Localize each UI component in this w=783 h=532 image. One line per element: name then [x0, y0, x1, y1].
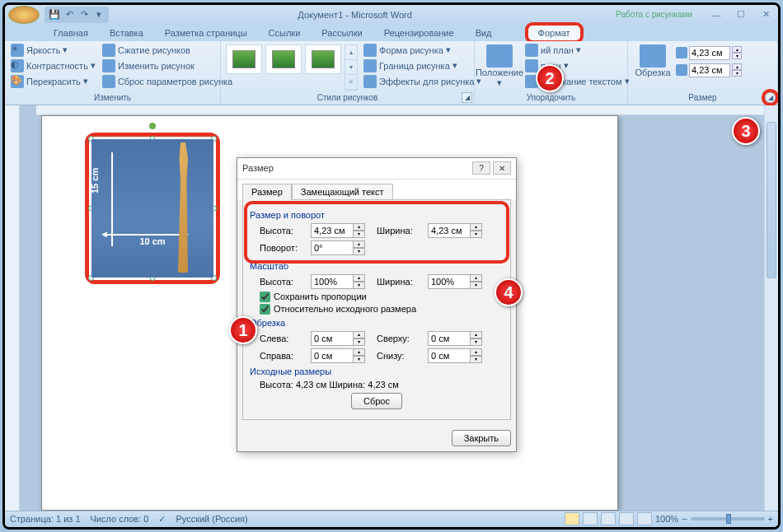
maximize-button[interactable]: ☐ — [732, 8, 750, 21]
change-picture-icon — [102, 59, 115, 72]
annotation-badge-2: 2 — [536, 64, 564, 92]
selected-picture[interactable]: 15 cm 10 cm — [91, 139, 213, 278]
office-button[interactable] — [8, 6, 40, 24]
height-icon — [676, 47, 687, 58]
reset-picture-button[interactable]: Сброс параметров рисунка — [100, 74, 235, 89]
dlg-rotation-input[interactable]: ▴▾ — [311, 240, 365, 255]
dialog-titlebar[interactable]: Размер ? ✕ — [237, 158, 516, 180]
view-outline[interactable] — [619, 512, 634, 525]
close-button[interactable]: ✕ — [757, 8, 775, 21]
view-full-screen[interactable] — [583, 512, 598, 525]
page[interactable]: 15 cm 10 cm Размер ? ✕ Размер — [41, 115, 618, 511]
size-launcher[interactable]: ◢ — [765, 92, 776, 103]
gallery-more[interactable]: ▴▾≡ — [345, 44, 358, 91]
ruler-horizontal[interactable] — [36, 105, 764, 115]
original-size-text: Высота: 4,23 см Ширина: 4,23 см — [260, 380, 399, 390]
zoom-slider[interactable] — [691, 517, 765, 520]
style-item[interactable] — [226, 44, 262, 74]
dlg-crop-left-input[interactable]: ▴▾ — [311, 331, 365, 346]
shape-icon — [363, 44, 377, 57]
redo-icon[interactable]: ↷ — [77, 8, 91, 21]
group-picture-styles: ▴▾≡ Форма рисунка ▾ Граница рисунка ▾ Эф… — [221, 41, 475, 105]
style-item[interactable] — [265, 44, 302, 74]
dialog-help-button[interactable]: ? — [472, 161, 490, 175]
dlg-crop-top-input[interactable]: ▴▾ — [428, 331, 482, 346]
tab-view[interactable]: Вид — [465, 25, 503, 41]
brightness-button[interactable]: ☀Яркость ▾ — [8, 43, 98, 58]
undo-icon[interactable]: ↶ — [63, 8, 76, 21]
zoom-value[interactable]: 100% — [655, 514, 678, 524]
picture-effects-button[interactable]: Эффекты для рисунка ▾ — [361, 74, 484, 89]
zoom-in-button[interactable]: + — [768, 514, 773, 524]
view-web-layout[interactable] — [601, 512, 616, 525]
styles-gallery[interactable]: ▴▾≡ — [224, 43, 359, 92]
height-annotation: 15 cm — [91, 168, 100, 194]
recolor-icon: 🎨 — [11, 75, 24, 88]
contrast-button[interactable]: ◐Контрастность ▾ — [8, 58, 98, 73]
scroll-thumb[interactable] — [767, 122, 776, 278]
dialog-tab-alt-text[interactable]: Замещающий текст — [292, 184, 393, 200]
qat-customize-icon[interactable]: ▾ — [92, 8, 105, 21]
save-icon[interactable]: 💾 — [48, 8, 61, 21]
border-icon — [363, 59, 377, 72]
dlg-scale-w-input[interactable]: ▴▾ — [428, 274, 482, 289]
quick-access-toolbar: 💾 ↶ ↷ ▾ — [45, 7, 109, 23]
tab-references[interactable]: Ссылки — [258, 25, 312, 41]
effects-icon — [363, 75, 377, 88]
picture-shape-button[interactable]: Форма рисунка ▾ — [361, 43, 484, 58]
height-input[interactable] — [689, 46, 730, 60]
view-draft[interactable] — [637, 512, 652, 525]
zoom-knob[interactable] — [726, 514, 731, 524]
dlg-crop-bottom-input[interactable]: ▴▾ — [428, 348, 482, 363]
dlg-width-input[interactable]: ▴▾ — [428, 223, 482, 238]
width-icon — [676, 64, 687, 76]
page-status[interactable]: Страница: 1 из 1 — [10, 514, 81, 524]
change-picture-button[interactable]: Изменить рисунок — [100, 58, 235, 73]
dialog-close-button[interactable]: ✕ — [493, 161, 511, 175]
window-controls: — ☐ ✕ — [707, 8, 775, 21]
dialog-tab-size[interactable]: Размер — [242, 184, 292, 200]
word-count[interactable]: Число слов: 0 — [91, 514, 149, 524]
position-button[interactable]: Положение▾ — [478, 43, 521, 90]
compress-button[interactable]: Сжатие рисунков — [100, 43, 235, 58]
giraffe-image: 15 cm 10 cm — [91, 139, 213, 278]
lock-aspect-checkbox[interactable] — [260, 292, 270, 302]
minimize-button[interactable]: — — [707, 8, 725, 21]
reset-picture-icon — [102, 75, 115, 88]
vertical-scrollbar[interactable] — [764, 105, 778, 511]
ruler-vertical[interactable] — [5, 105, 20, 511]
relative-original-checkbox[interactable] — [260, 304, 270, 315]
dlg-scale-h-input[interactable]: ▴▾ — [311, 274, 365, 289]
group-arrange-label: Упорядочить — [478, 92, 624, 103]
document-area: 15 cm 10 cm Размер ? ✕ Размер — [5, 105, 778, 511]
size-dialog: Размер ? ✕ Размер Замещающий текст Разме… — [237, 157, 517, 452]
width-input[interactable] — [689, 63, 730, 77]
tab-mailings[interactable]: Рассылки — [311, 25, 373, 41]
tab-insert[interactable]: Вставка — [99, 25, 154, 41]
tab-review[interactable]: Рецензирование — [373, 25, 465, 41]
tab-home[interactable]: Главная — [43, 25, 99, 41]
styles-launcher[interactable]: ◢ — [462, 92, 472, 103]
zoom-out-button[interactable]: − — [682, 514, 687, 524]
bring-front-button[interactable]: ий план ▾ — [523, 43, 632, 58]
proofing-icon[interactable]: ✓ — [158, 514, 166, 525]
group-adjust: ☀Яркость ▾ ◐Контрастность ▾ 🎨Перекрасить… — [5, 41, 221, 105]
group-size: Обрезка ▴▾ ▴▾ Размер ◢ — [628, 41, 778, 105]
crop-button[interactable]: Обрезка — [631, 43, 674, 79]
dlg-height-input[interactable]: ▴▾ — [311, 223, 365, 238]
style-item[interactable] — [305, 44, 341, 74]
language-status[interactable]: Русский (Россия) — [176, 514, 247, 524]
width-spinner[interactable]: ▴▾ — [676, 63, 742, 77]
reset-button[interactable]: Сброс — [351, 393, 402, 409]
recolor-button[interactable]: 🎨Перекрасить ▾ — [8, 74, 98, 89]
close-dialog-button[interactable]: Закрыть — [452, 430, 511, 446]
height-spinner[interactable]: ▴▾ — [676, 46, 742, 60]
compress-icon — [102, 44, 115, 57]
view-print-layout[interactable] — [565, 512, 579, 525]
dlg-crop-right-input[interactable]: ▴▾ — [311, 348, 365, 363]
picture-border-button[interactable]: Граница рисунка ▾ — [361, 58, 484, 73]
tab-format[interactable]: Формат — [527, 25, 581, 41]
rotation-handle[interactable] — [149, 123, 156, 129]
tab-page-layout[interactable]: Разметка страницы — [154, 25, 258, 41]
titlebar: 💾 ↶ ↷ ▾ Документ1 - Microsoft Word Работ… — [5, 5, 778, 25]
